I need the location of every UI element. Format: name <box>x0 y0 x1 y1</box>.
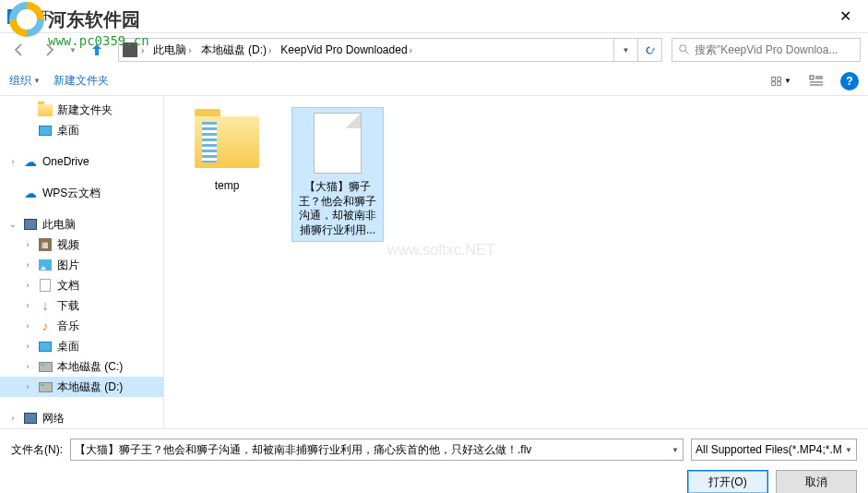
sidebar-item-desktop[interactable]: 桌面 <box>0 120 163 140</box>
sidebar: 新建文件夹 桌面 ›☁OneDrive ☁WPS云文档 ⌄此电脑 ›▦视频 ›图… <box>0 96 164 428</box>
sidebar-item-downloads[interactable]: ›↓下载 <box>0 295 163 316</box>
svg-point-0 <box>680 45 686 52</box>
file-icon <box>314 113 362 174</box>
dialog-title: 打开 <box>28 8 50 24</box>
view-icons-button[interactable]: ▼ <box>770 71 792 91</box>
disk-icon <box>39 382 53 392</box>
nav-back-button[interactable] <box>7 38 31 62</box>
sidebar-item-documents[interactable]: ›文档 <box>0 275 163 295</box>
svg-rect-3 <box>772 81 776 85</box>
sidebar-item-network[interactable]: ›网络 <box>0 408 163 428</box>
sidebar-item-drive-c[interactable]: ›本地磁盘 (C:) <box>0 356 163 377</box>
file-list[interactable]: temp 【大猫】狮子王？他会和狮子沟通，却被南非捕狮行业利用... <box>164 96 868 428</box>
breadcrumb-root[interactable]: › <box>119 39 149 61</box>
view-details-button[interactable] <box>805 71 827 91</box>
sidebar-item-newfolder[interactable]: 新建文件夹 <box>0 100 163 120</box>
open-button[interactable]: 打开(O) <box>687 470 768 493</box>
search-input[interactable]: 搜索"KeepVid Pro Downloa... <box>672 38 861 62</box>
app-icon <box>7 9 22 24</box>
nav-up-button[interactable] <box>85 38 109 62</box>
network-icon <box>24 413 37 424</box>
chevron-down-icon[interactable]: ▼ <box>668 446 679 454</box>
sidebar-item-music[interactable]: ›♪音乐 <box>0 316 163 336</box>
navbar: ▼ › 此电脑› 本地磁盘 (D:)› KeepVid Pro Download… <box>0 33 868 66</box>
sidebar-item-pictures[interactable]: ›图片 <box>0 255 163 275</box>
nav-forward-button[interactable] <box>37 38 61 62</box>
svg-rect-2 <box>778 77 781 80</box>
download-icon: ↓ <box>37 298 54 313</box>
breadcrumb-seg-thispc[interactable]: 此电脑› <box>149 39 196 61</box>
chevron-down-icon: ▼ <box>845 446 852 454</box>
close-button[interactable]: ✕ <box>832 6 859 27</box>
thispc-icon <box>123 42 137 57</box>
file-item-folder[interactable]: temp <box>181 107 273 198</box>
breadcrumb-seg-folder[interactable]: KeepVid Pro Downloaded› <box>277 39 418 61</box>
folder-icon <box>38 104 53 116</box>
bottom-panel: 文件名(N): 【大猫】狮子王？他会和狮子沟通，却被南非捕狮行业利用，痛心疾首的… <box>0 428 868 493</box>
disk-icon <box>39 362 53 372</box>
music-icon: ♪ <box>37 319 54 333</box>
filetype-filter[interactable]: All Supported Files(*.MP4;*.M ▼ <box>691 439 857 461</box>
filename-input[interactable]: 【大猫】狮子王？他会和狮子沟通，却被南非捕狮行业利用，痛心疾首的他，只好这么做！… <box>70 439 684 461</box>
thispc-icon <box>24 219 37 230</box>
refresh-button[interactable] <box>637 39 661 61</box>
wps-icon: ☁ <box>22 186 39 200</box>
desktop-icon <box>39 342 52 352</box>
breadcrumb[interactable]: › 此电脑› 本地磁盘 (D:)› KeepVid Pro Downloaded… <box>118 38 662 62</box>
file-item-video[interactable]: 【大猫】狮子王？他会和狮子沟通，却被南非捕狮行业利用... <box>291 107 384 242</box>
svg-rect-1 <box>772 77 776 80</box>
cancel-button[interactable]: 取消 <box>776 470 857 493</box>
breadcrumb-seg-drive[interactable]: 本地磁盘 (D:)› <box>197 39 278 61</box>
breadcrumb-dropdown[interactable]: ▼ <box>613 39 637 61</box>
sidebar-item-onedrive[interactable]: ›☁OneDrive <box>0 151 163 172</box>
search-icon <box>678 43 691 56</box>
onedrive-icon: ☁ <box>22 154 39 169</box>
toolbar: 组织▼ 新建文件夹 ▼ ? <box>0 66 868 96</box>
sidebar-item-videos[interactable]: ›▦视频 <box>0 234 163 255</box>
sidebar-item-wps[interactable]: ☁WPS云文档 <box>0 183 163 203</box>
newfolder-button[interactable]: 新建文件夹 <box>54 73 109 89</box>
image-icon <box>39 259 52 271</box>
sidebar-item-desktop2[interactable]: ›桌面 <box>0 336 163 356</box>
sidebar-item-thispc[interactable]: ⌄此电脑 <box>0 214 163 234</box>
organize-menu[interactable]: 组织▼ <box>9 73 41 89</box>
desktop-icon <box>39 126 52 136</box>
nav-recent-dropdown[interactable]: ▼ <box>66 38 79 62</box>
filename-label: 文件名(N): <box>11 442 63 458</box>
document-icon <box>40 279 51 292</box>
titlebar: 打开 ✕ <box>0 0 868 33</box>
svg-rect-4 <box>778 81 781 85</box>
sidebar-item-drive-d[interactable]: ›本地磁盘 (D:) <box>0 377 163 397</box>
help-button[interactable]: ? <box>840 72 859 90</box>
video-icon: ▦ <box>39 238 52 251</box>
svg-rect-5 <box>810 76 814 79</box>
folder-icon <box>195 116 259 168</box>
